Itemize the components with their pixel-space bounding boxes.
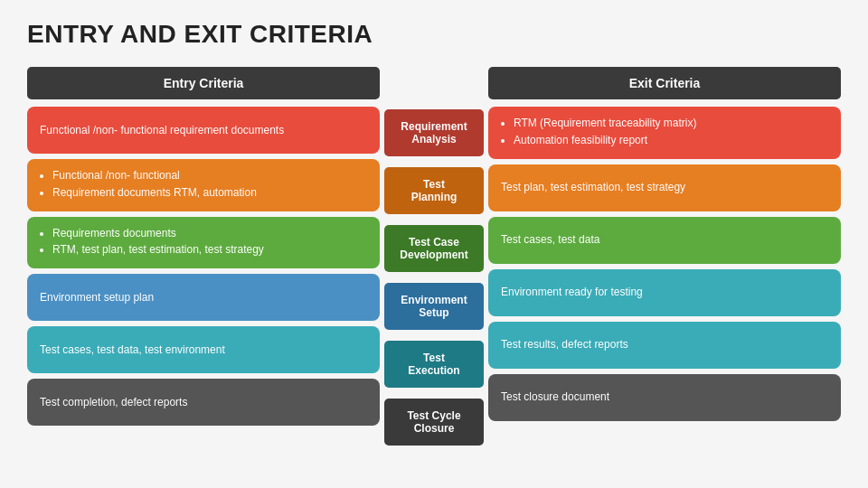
right-card-4: Test results, defect reports (488, 322, 841, 369)
left-header-spacer: Entry Criteria (27, 65, 380, 101)
right-card-5: Test closure document (488, 374, 841, 421)
left-column: Entry Criteria Functional /non- function… (27, 65, 380, 448)
right-card-2: Test cases, test data (488, 217, 841, 264)
left-column-header: Entry Criteria (27, 67, 380, 99)
right-column: Exit Criteria RTM (Requirement traceabil… (488, 65, 841, 448)
right-card-1: Test plan, test estimation, test strateg… (488, 164, 841, 211)
right-header-spacer: Exit Criteria (488, 65, 841, 101)
left-card-4: Test cases, test data, test environment (27, 326, 380, 373)
phase-box-3: Environment Setup (384, 283, 484, 330)
left-card-1: Functional /non- functionalRequirement d… (27, 159, 380, 211)
left-card-3: Environment setup plan (27, 274, 380, 321)
left-card-2: Requirements documentsRTM, test plan, te… (27, 217, 380, 269)
list-item: Requirement documents RTM, automation (52, 185, 257, 201)
list-item: Automation feasibility report (514, 133, 697, 148)
right-column-header: Exit Criteria (488, 67, 841, 99)
right-card-0: RTM (Requirement traceability matrix)Aut… (488, 107, 841, 159)
list-item: Functional /non- functional (52, 168, 257, 183)
content-grid: Entry Criteria Functional /non- function… (27, 65, 841, 448)
phase-box-2: Test Case Development (384, 225, 484, 272)
main-title: ENTRY AND EXIT CRITERIA (27, 20, 841, 49)
phase-box-0: Requirement Analysis (384, 109, 484, 156)
phase-box-5: Test Cycle Closure (384, 399, 484, 446)
left-card-5: Test completion, defect reports (27, 379, 380, 426)
left-card-0: Functional /non- functional requirement … (27, 107, 380, 154)
slide: ENTRY AND EXIT CRITERIA Entry Criteria F… (0, 0, 868, 488)
list-item: RTM (Requirement traceability matrix) (514, 116, 697, 131)
list-item: Requirements documents (52, 226, 264, 241)
list-item: RTM, test plan, test estimation, test st… (52, 242, 264, 258)
center-column: Requirement AnalysisTest PlanningTest Ca… (380, 65, 488, 448)
phase-box-1: Test Planning (384, 167, 484, 214)
right-card-3: Environment ready for testing (488, 269, 841, 316)
phase-box-4: Test Execution (384, 341, 484, 388)
